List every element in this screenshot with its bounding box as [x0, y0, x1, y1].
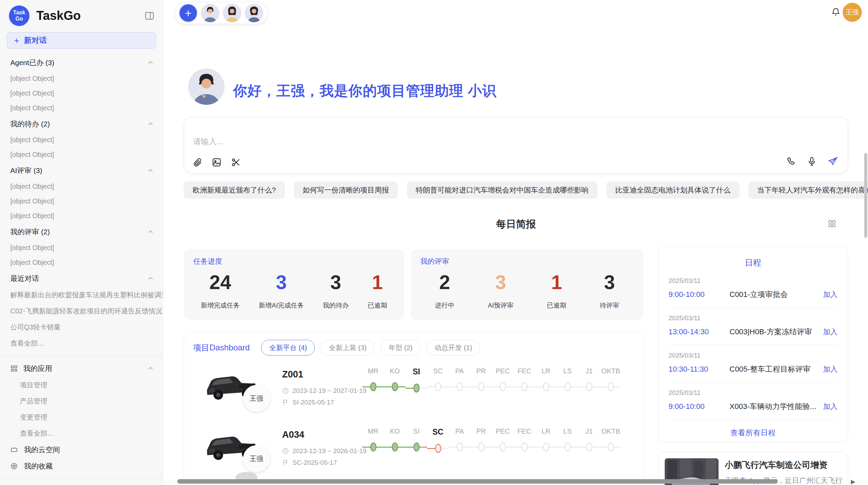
- sidebar-item-ai-super-staff[interactable]: AI超级员工: [0, 483, 163, 485]
- milestone-dot[interactable]: [392, 382, 398, 391]
- milestone-dot[interactable]: [392, 443, 398, 451]
- section-header[interactable]: Agent已办 (3): [0, 54, 163, 71]
- recent-conversation-item[interactable]: 公司Q3轻卡销量: [0, 319, 163, 335]
- milestone-dot[interactable]: [435, 382, 441, 391]
- sidebar-collapse-icon[interactable]: [144, 11, 155, 21]
- app-item[interactable]: 产品管理: [0, 393, 163, 409]
- milestone[interactable]: SC: [427, 427, 449, 456]
- project-row[interactable]: 王强 A034 2023-12-19 ~ 2026-01-19 SC-2025-…: [184, 425, 643, 480]
- suggestion-chip[interactable]: 欧洲新规最近颁布了什么?: [184, 182, 285, 199]
- milestone[interactable]: PR: [470, 367, 492, 396]
- join-link[interactable]: 加入: [823, 402, 837, 411]
- sidebar-item-cloud-space[interactable]: 我的云空间: [0, 442, 163, 458]
- milestone[interactable]: MR: [362, 367, 384, 396]
- milestone[interactable]: FEC: [514, 427, 535, 456]
- image-icon[interactable]: [212, 157, 222, 167]
- microphone-icon[interactable]: [807, 156, 817, 166]
- milestone[interactable]: PEC: [492, 427, 514, 456]
- milestone-dot[interactable]: [608, 382, 614, 391]
- milestone-dot[interactable]: [500, 443, 506, 451]
- milestone-dot[interactable]: [435, 444, 441, 453]
- milestone[interactable]: LR: [535, 367, 557, 396]
- recent-header[interactable]: 最近对话: [0, 270, 163, 287]
- project-owner-avatar[interactable]: 王强: [243, 445, 270, 472]
- milestone-dot[interactable]: [370, 443, 376, 451]
- sidebar-item[interactable]: [object Object]: [0, 179, 163, 194]
- stat-item[interactable]: 24 新增完成任务: [201, 271, 240, 310]
- suggestion-chip[interactable]: 特朗普可能对进口汽车增税会对中国车企造成哪些影响: [407, 182, 598, 199]
- milestone-dot[interactable]: [543, 443, 549, 451]
- chevron-up-icon[interactable]: [147, 121, 154, 127]
- milestone[interactable]: LS: [557, 427, 578, 456]
- milestone[interactable]: SI: [406, 427, 427, 456]
- milestone[interactable]: PEC: [492, 367, 514, 396]
- tab-new-platform[interactable]: 全新平台 (4): [261, 340, 315, 356]
- section-header[interactable]: 我的评审 (2): [0, 223, 163, 240]
- add-member-button[interactable]: +: [179, 4, 197, 22]
- project-row[interactable]: 王强 Z001 2023-12-19 ~ 2027-01-19 SI-2025-…: [184, 364, 643, 419]
- milestone[interactable]: OKTB: [600, 427, 622, 456]
- stat-item[interactable]: 2 进行中: [435, 271, 455, 310]
- sidebar-item[interactable]: [object Object]: [0, 71, 163, 86]
- milestone-dot[interactable]: [586, 382, 592, 391]
- member-avatar[interactable]: [223, 4, 241, 22]
- milestone-dot[interactable]: [608, 443, 614, 451]
- chevron-up-icon[interactable]: [147, 275, 154, 282]
- attachment-icon[interactable]: [192, 157, 203, 167]
- member-avatar[interactable]: [201, 4, 219, 22]
- stat-item[interactable]: 3 待评审: [600, 271, 619, 310]
- chat-input-placeholder[interactable]: 请输入...: [193, 136, 223, 147]
- milestone[interactable]: PA: [449, 427, 470, 456]
- section-header[interactable]: 我的待办 (2): [0, 115, 163, 133]
- scissors-icon[interactable]: [231, 157, 241, 167]
- suggestion-chip[interactable]: 如何写一份清晰的项目周报: [294, 182, 398, 199]
- sidebar-item-favorites[interactable]: 我的收藏: [0, 458, 163, 474]
- join-link[interactable]: 加入: [823, 327, 837, 337]
- stat-item[interactable]: 1 已逾期: [367, 271, 387, 310]
- sidebar-item[interactable]: [object Object]: [0, 147, 163, 162]
- recent-conversation-item[interactable]: 解释最新出台的欧盟报废车法规再生塑料比例被调至15%...: [0, 287, 163, 303]
- sidebar-item[interactable]: [object Object]: [0, 101, 163, 115]
- milestone-dot[interactable]: [521, 382, 528, 391]
- milestone-dot[interactable]: [586, 443, 592, 451]
- tab-powertrain[interactable]: 动总开发 (1): [426, 340, 480, 356]
- milestone-dot[interactable]: [478, 443, 484, 451]
- section-header[interactable]: AI评审 (3): [0, 162, 163, 179]
- sidebar-item[interactable]: [object Object]: [0, 255, 163, 270]
- tab-new-body[interactable]: 全新上装 (3): [321, 340, 374, 356]
- chevron-up-icon[interactable]: [147, 365, 154, 372]
- milestone-dot[interactable]: [413, 384, 420, 393]
- horizontal-scrollbar-thumb[interactable]: [177, 479, 778, 484]
- view-all-schedule-link[interactable]: 查看所有日程: [658, 428, 848, 438]
- sidebar-item[interactable]: [object Object]: [0, 86, 163, 101]
- chevron-up-icon[interactable]: [147, 59, 154, 66]
- milestone-dot[interactable]: [413, 443, 420, 451]
- milestone-dot[interactable]: [500, 382, 506, 391]
- milestone-dot[interactable]: [370, 382, 376, 391]
- stat-item[interactable]: 1 已逾期: [547, 271, 566, 310]
- chevron-up-icon[interactable]: [147, 167, 154, 174]
- vertical-scrollbar-thumb[interactable]: [864, 153, 867, 238]
- apps-header[interactable]: 我的应用: [0, 360, 163, 377]
- milestone[interactable]: KO: [384, 427, 406, 456]
- milestone[interactable]: SI: [406, 367, 427, 396]
- stat-item[interactable]: 3 AI预评审: [488, 271, 514, 310]
- join-link[interactable]: 加入: [823, 364, 837, 374]
- suggestion-chip[interactable]: 比亚迪全固态电池计划具体说了什么: [606, 182, 739, 199]
- milestone-dot[interactable]: [543, 382, 549, 391]
- milestone-dot[interactable]: [457, 443, 463, 451]
- milestone[interactable]: J1: [578, 427, 600, 456]
- milestone[interactable]: KO: [384, 367, 406, 396]
- milestone[interactable]: LS: [557, 367, 578, 396]
- user-avatar[interactable]: 王强: [843, 3, 862, 22]
- milestone[interactable]: OKTB: [600, 367, 622, 396]
- sidebar-item[interactable]: [object Object]: [0, 209, 163, 223]
- milestone-dot[interactable]: [478, 382, 484, 391]
- milestone[interactable]: SC: [427, 367, 449, 396]
- milestone-dot[interactable]: [565, 382, 571, 391]
- scroll-right-arrow[interactable]: ▶: [851, 478, 855, 485]
- chevron-up-icon[interactable]: [147, 228, 154, 235]
- join-link[interactable]: 加入: [823, 290, 837, 299]
- app-item[interactable]: 变更管理: [0, 409, 163, 425]
- suggestion-chip[interactable]: 当下年轻人对汽车外观有怎样的喜好趋势: [748, 182, 868, 199]
